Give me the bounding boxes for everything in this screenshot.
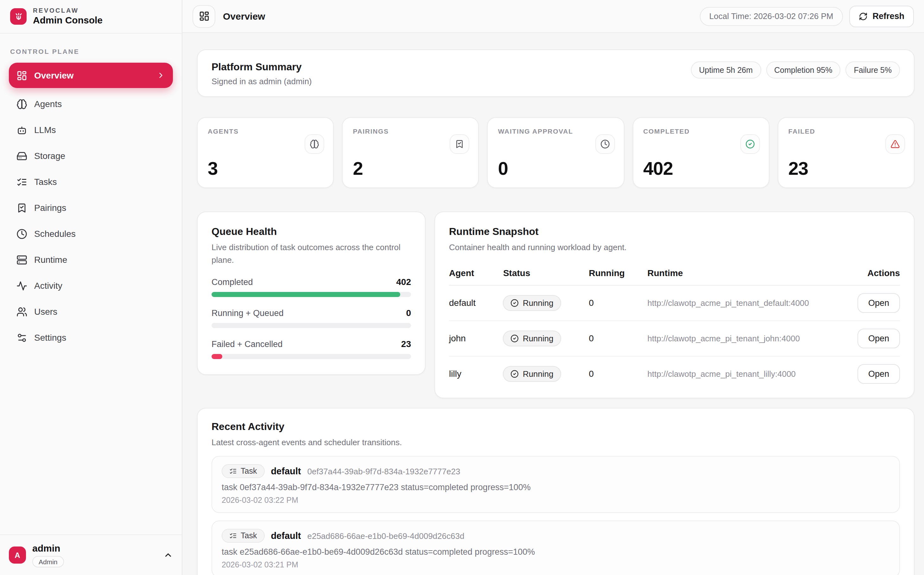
role-badge: Admin <box>32 556 64 567</box>
topbar: Overview Local Time: 2026-03-02 07:26 PM… <box>183 0 924 33</box>
queue-bar-failed-cancelled: Failed + Cancelled 23 <box>211 339 411 359</box>
brain-icon <box>305 134 324 154</box>
refresh-icon <box>859 12 867 21</box>
alert-triangle-icon <box>885 134 905 154</box>
progress-track <box>211 292 411 297</box>
sidebar-item-label: Pairings <box>34 203 66 213</box>
brand-name: REVOCLAW <box>33 7 103 14</box>
table-row: john Running 0 http://clawotp_acme_pi_te… <box>449 321 900 356</box>
sidebar-item-settings[interactable]: Settings <box>9 326 173 349</box>
running-count: 0 <box>589 298 594 308</box>
sidebar-item-label: Runtime <box>34 254 67 265</box>
brand-product: Admin Console <box>33 14 103 26</box>
runtime-url: http://clawotp_acme_pi_tenant_default:40… <box>648 298 809 308</box>
stat-label: FAILED <box>789 127 904 135</box>
activity-entry: Task default 0ef37a44-39ab-9f7d-834a-193… <box>211 456 900 513</box>
sidebar-item-tasks[interactable]: Tasks <box>9 170 173 194</box>
status-badge: Running <box>503 295 561 311</box>
sidebar-item-label: Tasks <box>34 177 57 187</box>
sidebar-item-pairings[interactable]: Pairings <box>9 196 173 220</box>
page-icon-box <box>192 5 215 27</box>
queue-health-subtitle: Live distribution of task outcomes acros… <box>211 241 411 266</box>
list-checks-icon <box>229 467 237 475</box>
activity-entry: Task default e25ad686-66ae-e1b0-be69-4d0… <box>211 521 900 575</box>
stat-value: 0 <box>498 158 508 179</box>
queue-health-title: Queue Health <box>211 225 411 239</box>
sidebar-item-activity[interactable]: Activity <box>9 273 173 298</box>
runtime-url: http://clawotp_acme_pi_tenant_lilly:4000 <box>648 369 796 379</box>
brand-text: REVOCLAW Admin Console <box>33 7 103 26</box>
task-badge: Task <box>222 464 264 478</box>
open-button[interactable]: Open <box>857 328 900 348</box>
server-icon <box>16 254 27 265</box>
bar-value: 23 <box>401 339 411 349</box>
progress-track <box>211 323 411 328</box>
bar-value: 402 <box>396 277 411 287</box>
entry-timestamp: 2026-03-02 03:21 PM <box>222 561 890 569</box>
running-count: 0 <box>589 369 594 379</box>
entry-agent: default <box>271 466 301 476</box>
brand: REVOCLAW Admin Console <box>0 0 182 33</box>
table-header-row: Agent Status Running Runtime Actions <box>449 262 900 285</box>
runtime-table: Agent Status Running Runtime Actions def… <box>449 262 900 386</box>
agent-name: default <box>449 298 476 308</box>
sidebar-item-agents[interactable]: Agents <box>9 92 173 116</box>
avatar: A <box>9 546 26 564</box>
sidebar-item-label: Users <box>34 307 57 317</box>
sidebar-item-label: LLMs <box>34 125 56 135</box>
content-scroll-area[interactable]: Platform Summary Signed in as admin (adm… <box>183 33 924 575</box>
hard-drive-icon <box>16 150 27 161</box>
brain-icon <box>16 98 27 109</box>
running-count: 0 <box>589 333 594 343</box>
sidebar-item-label: Agents <box>34 99 62 109</box>
uptime-badge: Uptime 5h 26m <box>691 62 761 78</box>
platform-summary-title: Platform Summary <box>211 60 312 74</box>
progress-track <box>211 354 411 359</box>
queue-bar-running-queued: Running + Queued 0 <box>211 308 411 328</box>
status-badge: Running <box>503 366 561 381</box>
clock-icon <box>16 228 27 239</box>
check-circle-icon <box>511 299 519 307</box>
main-area: Overview Local Time: 2026-03-02 07:26 PM… <box>183 0 924 575</box>
list-checks-icon <box>229 532 237 540</box>
runtime-url: http://clawotp_acme_pi_tenant_john:4000 <box>648 334 800 343</box>
table-row: lilly Running 0 http://clawotp_acme_pi_t… <box>449 356 900 386</box>
check-circle-icon <box>511 370 519 378</box>
user-menu[interactable]: A admin Admin <box>0 534 182 575</box>
agent-name: john <box>449 333 466 343</box>
recent-activity-title: Recent Activity <box>211 419 900 434</box>
chevron-right-icon <box>156 71 165 80</box>
nav-section-label: CONTROL PLANE <box>10 48 173 55</box>
sidebar-item-overview[interactable]: Overview <box>9 63 173 88</box>
stats-row: AGENTS 3 PAIRINGS 2 WAITING APPROVAL <box>197 117 914 188</box>
refresh-label: Refresh <box>872 11 904 21</box>
progress-fill <box>211 354 222 359</box>
stat-value: 402 <box>643 158 673 179</box>
entry-agent: default <box>271 531 301 541</box>
sidebar-item-label: Overview <box>34 70 74 80</box>
open-button[interactable]: Open <box>857 364 900 383</box>
sidebar-nav: CONTROL PLANE Overview Agents LLMs Stora… <box>0 33 182 534</box>
bar-label: Failed + Cancelled <box>211 340 283 349</box>
sidebar-item-schedules[interactable]: Schedules <box>9 222 173 246</box>
sidebar-item-llms[interactable]: LLMs <box>9 118 173 142</box>
platform-summary-card: Platform Summary Signed in as admin (adm… <box>197 49 914 97</box>
queue-health-card: Queue Health Live distribution of task o… <box>197 211 425 375</box>
username: admin <box>32 543 64 553</box>
table-row: default Running 0 http://clawotp_acme_pi… <box>449 285 900 321</box>
activity-entries: Task default 0ef37a44-39ab-9f7d-834a-193… <box>211 456 900 575</box>
sidebar: REVOCLAW Admin Console CONTROL PLANE Ove… <box>0 0 183 575</box>
sidebar-item-label: Settings <box>34 332 66 343</box>
brand-claw-icon <box>10 8 27 25</box>
refresh-button[interactable]: Refresh <box>849 5 914 27</box>
platform-summary-text: Platform Summary Signed in as admin (adm… <box>211 60 312 86</box>
entry-message: task 0ef37a44-39ab-9f7d-834a-1932e7777e2… <box>222 483 890 492</box>
admin-console-app: REVOCLAW Admin Console CONTROL PLANE Ove… <box>0 0 924 575</box>
signed-in-as: Signed in as admin (admin) <box>211 76 312 86</box>
sidebar-item-users[interactable]: Users <box>9 300 173 324</box>
sidebar-item-runtime[interactable]: Runtime <box>9 248 173 272</box>
sidebar-item-storage[interactable]: Storage <box>9 144 173 168</box>
open-button[interactable]: Open <box>857 293 900 313</box>
chevron-up-icon[interactable] <box>164 550 173 560</box>
runtime-snapshot-card: Runtime Snapshot Container health and ru… <box>435 211 914 398</box>
